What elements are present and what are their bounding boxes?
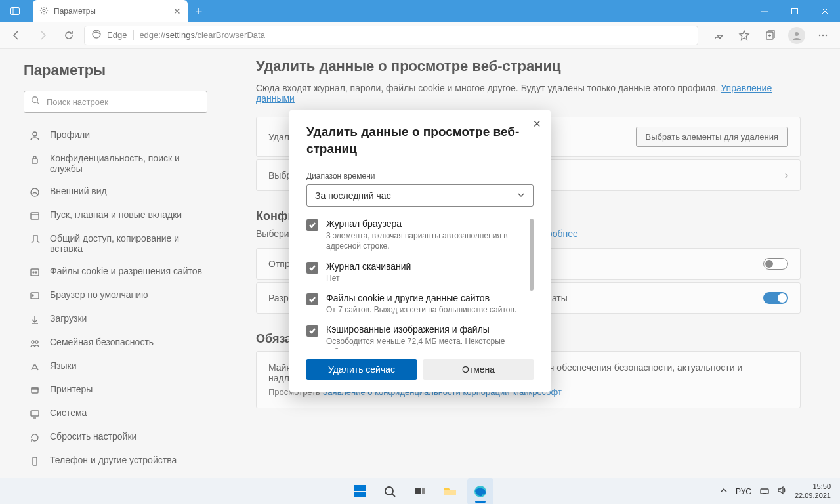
- nav-icon: [29, 314, 41, 325]
- close-window-button[interactable]: [810, 0, 840, 22]
- option-sublabel: 3 элемента, включая варианты автозаполне…: [326, 230, 527, 251]
- language-indicator[interactable]: РУС: [736, 487, 751, 496]
- payment-check-toggle[interactable]: [763, 292, 788, 304]
- dialog-close-button[interactable]: ✕: [533, 118, 541, 130]
- option-label: Файлы cookie и другие данные сайтов: [326, 293, 516, 303]
- refresh-button[interactable]: [58, 24, 80, 47]
- sidebar-item-label: Файлы cookie и разрешения сайтов: [50, 266, 202, 276]
- checkbox[interactable]: [306, 219, 318, 231]
- sidebar-item[interactable]: Семейная безопасность: [24, 331, 207, 354]
- sidebar-item[interactable]: Языки: [24, 354, 207, 378]
- sidebar-item-label: Языки: [50, 360, 77, 371]
- svg-point-12: [795, 32, 799, 36]
- tab-actions-button[interactable]: [0, 0, 30, 22]
- tray-chevron-icon[interactable]: [720, 486, 728, 496]
- option-sublabel: От 7 сайтов. Выход из сети на большинств…: [326, 304, 516, 315]
- sidebar-item[interactable]: Система: [24, 402, 207, 425]
- browser-tab[interactable]: Параметры ✕: [33, 0, 188, 22]
- svg-point-29: [35, 341, 38, 343]
- clear-data-option[interactable]: Кэшированные изображения и файлы Освобод…: [306, 324, 527, 350]
- start-button[interactable]: [346, 478, 373, 505]
- profile-button[interactable]: [785, 24, 808, 47]
- clear-data-option[interactable]: Файлы cookie и другие данные сайтов От 7…: [306, 293, 527, 315]
- dialog-options-list: Журнал браузера 3 элемента, включая вари…: [306, 219, 534, 350]
- nav-icon: [29, 338, 41, 348]
- taskbar-clock[interactable]: 15:50 22.09.2021: [795, 482, 831, 499]
- edge-taskbar-button[interactable]: [467, 478, 494, 505]
- clock-date: 22.09.2021: [795, 492, 831, 500]
- sidebar-item-label: Пуск, главная и новые вкладки: [50, 209, 182, 220]
- clear-now-button[interactable]: Удалить сейчас: [306, 359, 417, 380]
- sidebar-item-label: Принтеры: [50, 384, 93, 394]
- svg-point-27: [32, 295, 33, 296]
- svg-rect-30: [32, 388, 38, 393]
- choose-what-to-clear-button[interactable]: Выбрать элементы для удаления: [636, 127, 788, 147]
- clear-data-option[interactable]: Журнал браузера 3 элемента, включая вари…: [306, 219, 527, 251]
- checkbox[interactable]: [306, 293, 318, 305]
- sidebar-item-label: Телефон и другие устройства: [50, 455, 177, 465]
- edge-label: Edge: [107, 30, 134, 40]
- cancel-button[interactable]: Отмена: [423, 359, 534, 380]
- dialog-title: Удалить данные о просмотре веб-страниц: [306, 123, 534, 157]
- network-icon[interactable]: [759, 485, 770, 497]
- sidebar-item[interactable]: Конфиденциальность, поиск и службы: [24, 147, 207, 180]
- sidebar-item[interactable]: Профили: [24, 123, 207, 147]
- clock-time: 15:50: [795, 482, 831, 491]
- page-description: Сюда входят журнал, пароли, файлы cookie…: [256, 83, 801, 104]
- clear-data-option[interactable]: Журнал скачиваний Нет: [306, 261, 527, 284]
- sidebar-item[interactable]: О программе Microsoft Edge: [24, 472, 207, 478]
- sidebar-item[interactable]: Принтеры: [24, 378, 207, 402]
- nav-icon: [29, 456, 41, 467]
- checkbox[interactable]: [306, 262, 318, 274]
- sidebar-item[interactable]: Сбросить настройки: [24, 425, 207, 449]
- option-sublabel: Освободится меньше 72,4 МБ места. Некото…: [326, 336, 527, 350]
- maximize-button[interactable]: [780, 0, 810, 22]
- settings-search[interactable]: [24, 91, 207, 113]
- svg-rect-31: [32, 388, 38, 390]
- file-explorer-button[interactable]: [437, 478, 463, 505]
- sidebar-item[interactable]: Браузер по умолчанию: [24, 284, 207, 307]
- task-view-button[interactable]: [407, 478, 433, 505]
- edge-icon: [91, 29, 102, 41]
- close-tab-icon[interactable]: ✕: [173, 6, 181, 16]
- sidebar-item[interactable]: Телефон и другие устройства: [24, 449, 207, 472]
- svg-point-25: [35, 272, 37, 273]
- back-button[interactable]: [5, 24, 28, 47]
- sidebar-item[interactable]: Пуск, главная и новые вкладки: [24, 203, 207, 227]
- forward-button[interactable]: [32, 24, 54, 47]
- nav-icon: [29, 291, 41, 301]
- checkbox[interactable]: [306, 325, 318, 337]
- window-titlebar: Параметры ✕ +: [0, 0, 840, 22]
- taskbar-search-button[interactable]: [377, 478, 403, 505]
- chevron-down-icon: [517, 190, 525, 201]
- more-menu-button[interactable]: [811, 24, 835, 47]
- favorites-icon[interactable]: [732, 24, 756, 47]
- time-range-select[interactable]: За последний час: [306, 184, 534, 207]
- sidebar-item[interactable]: Общий доступ, копирование и вставка: [24, 227, 207, 260]
- sidebar-item[interactable]: Файлы cookie и разрешения сайтов: [24, 260, 207, 284]
- sidebar-item[interactable]: Загрузки: [24, 307, 207, 331]
- time-range-label: Диапазон времени: [306, 171, 534, 180]
- new-tab-button[interactable]: +: [188, 0, 210, 22]
- svg-rect-19: [32, 159, 37, 163]
- nav-icon: [29, 432, 41, 443]
- sidebar-item[interactable]: Внешний вид: [24, 180, 207, 203]
- search-input[interactable]: [47, 97, 200, 107]
- minimize-button[interactable]: [749, 0, 780, 22]
- nav-icon: [29, 154, 41, 165]
- option-label: Журнал скачиваний: [326, 261, 411, 272]
- sidebar-item-label: Сбросить настройки: [50, 431, 136, 442]
- windows-taskbar: РУС 15:50 22.09.2021: [0, 478, 840, 504]
- svg-rect-43: [761, 489, 768, 494]
- search-icon: [31, 96, 40, 108]
- url-input[interactable]: Edge edge://settings/clearBrowserData: [84, 26, 698, 45]
- volume-icon[interactable]: [776, 485, 787, 497]
- page-title: Удалить данные о просмотре веб-страниц: [256, 58, 801, 75]
- svg-point-18: [33, 132, 37, 136]
- read-aloud-icon[interactable]: [706, 24, 730, 47]
- sidebar-item-label: Загрузки: [50, 313, 87, 324]
- scrollbar[interactable]: [530, 219, 534, 291]
- do-not-track-toggle[interactable]: [763, 258, 788, 270]
- collections-icon[interactable]: [759, 24, 782, 47]
- sidebar-title: Параметры: [24, 62, 207, 79]
